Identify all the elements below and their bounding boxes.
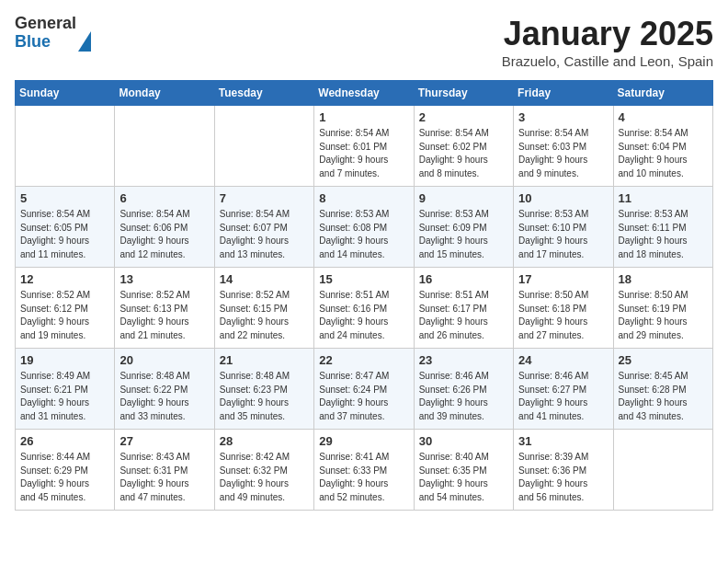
day-number: 31: [518, 434, 608, 448]
day-info: Sunrise: 8:50 AM Sunset: 6:19 PM Dayligh…: [619, 289, 708, 342]
calendar-cell: [16, 106, 115, 187]
calendar-cell: 17Sunrise: 8:50 AM Sunset: 6:18 PM Dayli…: [514, 268, 613, 349]
calendar-cell: 3Sunrise: 8:54 AM Sunset: 6:03 PM Daylig…: [514, 106, 613, 187]
weekday-header-thursday: Thursday: [414, 81, 513, 106]
day-info: Sunrise: 8:54 AM Sunset: 6:05 PM Dayligh…: [20, 208, 109, 261]
day-info: Sunrise: 8:42 AM Sunset: 6:32 PM Dayligh…: [220, 451, 309, 504]
day-number: 10: [518, 191, 608, 205]
day-number: 8: [319, 191, 408, 205]
day-number: 26: [20, 434, 109, 448]
calendar-cell: 21Sunrise: 8:48 AM Sunset: 6:23 PM Dayli…: [214, 349, 313, 430]
month-title: January 2025: [502, 15, 713, 53]
day-number: 25: [619, 353, 708, 367]
day-number: 9: [419, 191, 508, 205]
week-row-4: 19Sunrise: 8:49 AM Sunset: 6:21 PM Dayli…: [16, 349, 713, 430]
day-number: 17: [518, 272, 608, 286]
calendar-cell: [613, 430, 712, 511]
day-info: Sunrise: 8:54 AM Sunset: 6:06 PM Dayligh…: [119, 208, 209, 261]
day-number: 21: [220, 353, 309, 367]
day-info: Sunrise: 8:54 AM Sunset: 6:01 PM Dayligh…: [319, 127, 408, 180]
day-number: 4: [619, 110, 708, 124]
day-info: Sunrise: 8:54 AM Sunset: 6:03 PM Dayligh…: [518, 127, 608, 180]
day-info: Sunrise: 8:54 AM Sunset: 6:04 PM Dayligh…: [619, 127, 708, 180]
logo-blue: Blue: [15, 33, 76, 52]
day-number: 6: [119, 191, 209, 205]
calendar-cell: 1Sunrise: 8:54 AM Sunset: 6:01 PM Daylig…: [314, 106, 414, 187]
title-block: January 2025 Brazuelo, Castille and Leon…: [502, 15, 713, 69]
calendar-cell: 18Sunrise: 8:50 AM Sunset: 6:19 PM Dayli…: [613, 268, 712, 349]
day-info: Sunrise: 8:49 AM Sunset: 6:21 PM Dayligh…: [20, 370, 109, 423]
calendar-cell: 28Sunrise: 8:42 AM Sunset: 6:32 PM Dayli…: [214, 430, 313, 511]
week-row-3: 12Sunrise: 8:52 AM Sunset: 6:12 PM Dayli…: [16, 268, 713, 349]
calendar-cell: 31Sunrise: 8:39 AM Sunset: 6:36 PM Dayli…: [514, 430, 613, 511]
day-info: Sunrise: 8:46 AM Sunset: 6:27 PM Dayligh…: [518, 370, 608, 423]
day-info: Sunrise: 8:45 AM Sunset: 6:28 PM Dayligh…: [619, 370, 708, 423]
day-info: Sunrise: 8:40 AM Sunset: 6:35 PM Dayligh…: [419, 451, 508, 504]
day-info: Sunrise: 8:39 AM Sunset: 6:36 PM Dayligh…: [518, 451, 608, 504]
calendar-cell: 26Sunrise: 8:44 AM Sunset: 6:29 PM Dayli…: [16, 430, 115, 511]
day-info: Sunrise: 8:41 AM Sunset: 6:33 PM Dayligh…: [319, 451, 408, 504]
calendar-table: SundayMondayTuesdayWednesdayThursdayFrid…: [15, 80, 713, 511]
calendar-cell: 20Sunrise: 8:48 AM Sunset: 6:22 PM Dayli…: [115, 349, 214, 430]
week-row-5: 26Sunrise: 8:44 AM Sunset: 6:29 PM Dayli…: [16, 430, 713, 511]
logo-triangle-icon: [78, 31, 91, 52]
day-info: Sunrise: 8:53 AM Sunset: 6:08 PM Dayligh…: [319, 208, 408, 261]
weekday-header-wednesday: Wednesday: [314, 81, 414, 106]
day-info: Sunrise: 8:48 AM Sunset: 6:22 PM Dayligh…: [119, 370, 209, 423]
location-subtitle: Brazuelo, Castille and Leon, Spain: [502, 53, 713, 69]
day-number: 28: [220, 434, 309, 448]
calendar-cell: 8Sunrise: 8:53 AM Sunset: 6:08 PM Daylig…: [314, 187, 414, 268]
day-number: 12: [20, 272, 109, 286]
calendar-cell: 12Sunrise: 8:52 AM Sunset: 6:12 PM Dayli…: [16, 268, 115, 349]
logo: General Blue: [15, 15, 91, 52]
day-number: 29: [319, 434, 408, 448]
calendar-cell: 16Sunrise: 8:51 AM Sunset: 6:17 PM Dayli…: [414, 268, 513, 349]
calendar-cell: 19Sunrise: 8:49 AM Sunset: 6:21 PM Dayli…: [16, 349, 115, 430]
calendar-cell: 7Sunrise: 8:54 AM Sunset: 6:07 PM Daylig…: [214, 187, 313, 268]
day-number: 14: [220, 272, 309, 286]
weekday-header-saturday: Saturday: [613, 81, 712, 106]
day-number: 23: [419, 353, 508, 367]
day-info: Sunrise: 8:54 AM Sunset: 6:02 PM Dayligh…: [419, 127, 508, 180]
calendar-cell: 6Sunrise: 8:54 AM Sunset: 6:06 PM Daylig…: [115, 187, 214, 268]
weekday-header-tuesday: Tuesday: [214, 81, 313, 106]
calendar-cell: 5Sunrise: 8:54 AM Sunset: 6:05 PM Daylig…: [16, 187, 115, 268]
calendar-cell: 9Sunrise: 8:53 AM Sunset: 6:09 PM Daylig…: [414, 187, 513, 268]
weekday-header-row: SundayMondayTuesdayWednesdayThursdayFrid…: [16, 81, 713, 106]
week-row-1: 1Sunrise: 8:54 AM Sunset: 6:01 PM Daylig…: [16, 106, 713, 187]
calendar-cell: 29Sunrise: 8:41 AM Sunset: 6:33 PM Dayli…: [314, 430, 414, 511]
logo-general: General: [15, 15, 76, 33]
day-info: Sunrise: 8:54 AM Sunset: 6:07 PM Dayligh…: [220, 208, 309, 261]
calendar-cell: 4Sunrise: 8:54 AM Sunset: 6:04 PM Daylig…: [613, 106, 712, 187]
day-info: Sunrise: 8:46 AM Sunset: 6:26 PM Dayligh…: [419, 370, 508, 423]
calendar-cell: 22Sunrise: 8:47 AM Sunset: 6:24 PM Dayli…: [314, 349, 414, 430]
day-number: 5: [20, 191, 109, 205]
day-number: 19: [20, 353, 109, 367]
calendar-cell: 14Sunrise: 8:52 AM Sunset: 6:15 PM Dayli…: [214, 268, 313, 349]
page-header: General Blue January 2025 Brazuelo, Cast…: [15, 15, 713, 69]
day-number: 20: [119, 353, 209, 367]
day-number: 27: [119, 434, 209, 448]
day-info: Sunrise: 8:52 AM Sunset: 6:13 PM Dayligh…: [119, 289, 209, 342]
day-number: 15: [319, 272, 408, 286]
calendar-cell: 15Sunrise: 8:51 AM Sunset: 6:16 PM Dayli…: [314, 268, 414, 349]
calendar-cell: 13Sunrise: 8:52 AM Sunset: 6:13 PM Dayli…: [115, 268, 214, 349]
day-number: 22: [319, 353, 408, 367]
logo-text: General Blue: [15, 15, 76, 52]
day-info: Sunrise: 8:44 AM Sunset: 6:29 PM Dayligh…: [20, 451, 109, 504]
weekday-header-monday: Monday: [115, 81, 214, 106]
day-info: Sunrise: 8:53 AM Sunset: 6:09 PM Dayligh…: [419, 208, 508, 261]
day-number: 24: [518, 353, 608, 367]
day-number: 2: [419, 110, 508, 124]
day-number: 30: [419, 434, 508, 448]
day-info: Sunrise: 8:48 AM Sunset: 6:23 PM Dayligh…: [220, 370, 309, 423]
calendar-cell: 2Sunrise: 8:54 AM Sunset: 6:02 PM Daylig…: [414, 106, 513, 187]
weekday-header-friday: Friday: [514, 81, 613, 106]
day-number: 3: [518, 110, 608, 124]
day-number: 13: [119, 272, 209, 286]
day-info: Sunrise: 8:43 AM Sunset: 6:31 PM Dayligh…: [119, 451, 209, 504]
calendar-cell: 24Sunrise: 8:46 AM Sunset: 6:27 PM Dayli…: [514, 349, 613, 430]
calendar-cell: 11Sunrise: 8:53 AM Sunset: 6:11 PM Dayli…: [613, 187, 712, 268]
day-info: Sunrise: 8:51 AM Sunset: 6:17 PM Dayligh…: [419, 289, 508, 342]
calendar-cell: 10Sunrise: 8:53 AM Sunset: 6:10 PM Dayli…: [514, 187, 613, 268]
